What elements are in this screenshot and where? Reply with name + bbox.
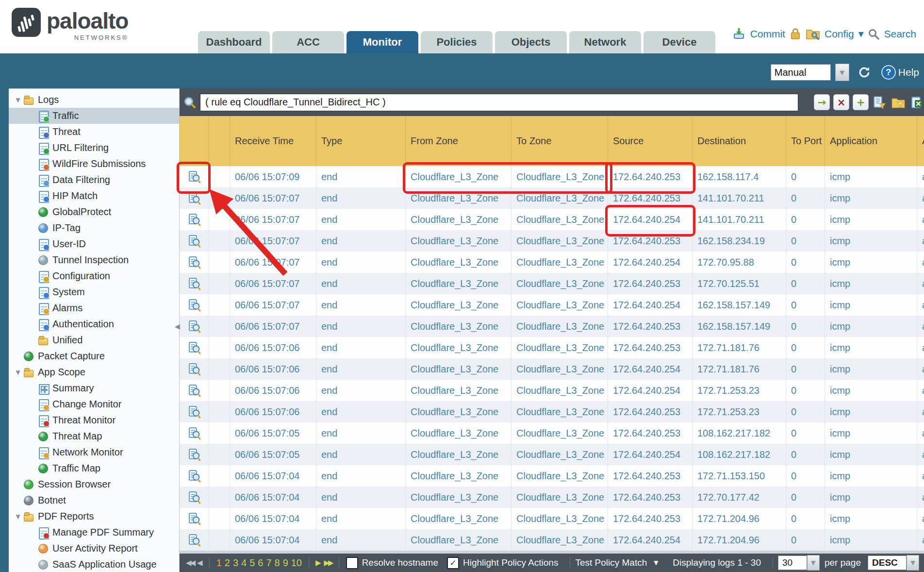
sort-order-select[interactable]: DESC bbox=[868, 555, 907, 570]
sidebar-item-threat[interactable]: Threat bbox=[9, 124, 179, 140]
log-detail-icon[interactable] bbox=[188, 213, 201, 226]
log-detail-icon[interactable] bbox=[188, 512, 201, 525]
detail-cell[interactable] bbox=[180, 529, 209, 551]
page-number-4[interactable]: 4 bbox=[241, 557, 247, 569]
config-button[interactable]: Config bbox=[825, 28, 854, 40]
table-row[interactable]: 06/06 15:07:04endCloudflare_L3_ZoneCloud… bbox=[180, 529, 924, 551]
column-header-from-zone[interactable]: From Zone bbox=[406, 116, 512, 166]
log-detail-icon[interactable] bbox=[188, 491, 201, 504]
log-detail-icon[interactable] bbox=[188, 277, 201, 290]
sidebar-item-user-activity-report[interactable]: User Activity Report bbox=[9, 540, 179, 556]
sidebar-item-configuration[interactable]: Configuration bbox=[9, 268, 179, 284]
table-row[interactable]: 06/06 15:07:07endCloudflare_L3_ZoneCloud… bbox=[180, 252, 924, 273]
page-number-2[interactable]: 2 bbox=[225, 557, 230, 569]
search-button[interactable]: Search bbox=[884, 28, 916, 40]
detail-cell[interactable] bbox=[180, 401, 209, 422]
table-row[interactable]: 06/06 15:07:06endCloudflare_L3_ZoneCloud… bbox=[180, 380, 924, 401]
log-detail-icon[interactable] bbox=[188, 448, 201, 461]
sidebar-item-hip-match[interactable]: HIP Match bbox=[9, 188, 179, 204]
sidebar-collapse-handle[interactable]: ◀ bbox=[175, 322, 180, 330]
sidebar-item-traffic-map[interactable]: Traffic Map bbox=[9, 460, 179, 476]
commit-button[interactable]: Commit bbox=[750, 28, 785, 40]
detail-cell[interactable] bbox=[180, 187, 209, 209]
load-filter-button[interactable] bbox=[891, 95, 906, 110]
detail-cell[interactable] bbox=[180, 422, 209, 444]
filter-builder-button[interactable] bbox=[872, 95, 887, 110]
export-csv-button[interactable] bbox=[909, 95, 924, 110]
detail-cell[interactable] bbox=[180, 294, 209, 316]
page-number-9[interactable]: 9 bbox=[283, 557, 288, 569]
sidebar-item-alarms[interactable]: Alarms bbox=[9, 300, 179, 316]
table-row[interactable]: 06/06 15:07:06endCloudflare_L3_ZoneCloud… bbox=[180, 358, 924, 380]
lock-icon[interactable] bbox=[790, 27, 801, 40]
refresh-icon[interactable] bbox=[857, 66, 872, 79]
sidebar-item-authentication[interactable]: Authentication bbox=[9, 316, 179, 332]
log-detail-icon[interactable] bbox=[188, 427, 201, 440]
per-page-caret-icon[interactable]: ▼ bbox=[807, 555, 820, 571]
sidebar-item-manage-pdf-summary[interactable]: Manage PDF Summary bbox=[9, 524, 179, 540]
sidebar-item-tunnel-inspection[interactable]: Tunnel Inspection bbox=[9, 252, 179, 268]
page-number-8[interactable]: 8 bbox=[275, 557, 280, 569]
table-row[interactable]: 06/06 15:07:06endCloudflare_L3_ZoneCloud… bbox=[180, 401, 924, 422]
sidebar-item-logs[interactable]: ▼Logs bbox=[9, 92, 179, 108]
clear-filter-button[interactable]: × bbox=[833, 94, 849, 110]
column-header-destination[interactable]: Destination bbox=[693, 116, 786, 166]
log-detail-icon[interactable] bbox=[188, 470, 201, 483]
tab-network[interactable]: Network bbox=[569, 31, 641, 53]
sidebar-item-pdf-reports[interactable]: ▼PDF Reports bbox=[9, 508, 179, 524]
filter-query-input[interactable] bbox=[200, 94, 798, 111]
table-row[interactable]: 06/06 15:07:04endCloudflare_L3_ZoneCloud… bbox=[180, 508, 924, 529]
detail-cell[interactable] bbox=[180, 252, 209, 273]
column-header-to-zone[interactable]: To Zone bbox=[512, 116, 608, 166]
last-page-button[interactable]: ▶▶ bbox=[324, 558, 332, 567]
test-policy-match-caret-icon[interactable]: ▼ bbox=[654, 559, 658, 566]
table-row[interactable]: 06/06 15:07:06endCloudflare_L3_ZoneCloud… bbox=[180, 337, 924, 358]
detail-cell[interactable] bbox=[180, 380, 209, 401]
column-header-application[interactable]: Application bbox=[825, 116, 917, 166]
log-detail-icon[interactable] bbox=[188, 534, 201, 547]
sidebar-item-change-monitor[interactable]: Change Monitor bbox=[9, 396, 179, 412]
sidebar-item-botnet[interactable]: Botnet bbox=[9, 492, 179, 508]
sort-order-caret-icon[interactable]: ▼ bbox=[907, 555, 919, 571]
sidebar-item-system[interactable]: System bbox=[9, 284, 179, 300]
sidebar-item-user-id[interactable]: User-ID bbox=[9, 236, 179, 252]
apply-filter-button[interactable]: → bbox=[814, 94, 830, 110]
table-row[interactable]: 06/06 15:07:04endCloudflare_L3_ZoneCloud… bbox=[180, 465, 924, 487]
resolve-hostname-checkbox[interactable] bbox=[346, 557, 358, 569]
column-header-a[interactable]: A bbox=[917, 116, 924, 166]
detail-cell[interactable] bbox=[180, 166, 209, 187]
table-row[interactable]: 06/06 15:07:07endCloudflare_L3_ZoneCloud… bbox=[180, 209, 924, 230]
log-detail-icon[interactable] bbox=[188, 341, 201, 354]
tab-policies[interactable]: Policies bbox=[421, 31, 493, 53]
help-control[interactable]: ? Help bbox=[881, 65, 919, 80]
detail-cell[interactable] bbox=[180, 273, 209, 294]
table-row[interactable]: 06/06 15:07:04endCloudflare_L3_ZoneCloud… bbox=[180, 487, 924, 508]
sidebar-item-ip-tag[interactable]: IP-Tag bbox=[9, 220, 179, 236]
detail-cell[interactable] bbox=[180, 337, 209, 358]
add-filter-button[interactable]: + bbox=[853, 94, 869, 110]
detail-cell[interactable] bbox=[180, 209, 209, 230]
refresh-interval-select[interactable]: Manual bbox=[771, 64, 831, 81]
per-page-select[interactable]: 30 bbox=[778, 555, 807, 570]
page-number-10[interactable]: 10 bbox=[291, 557, 302, 569]
detail-cell[interactable] bbox=[180, 465, 209, 487]
page-number-7[interactable]: 7 bbox=[266, 557, 271, 569]
sidebar-item-traffic[interactable]: Traffic bbox=[9, 108, 179, 124]
detail-cell[interactable] bbox=[180, 508, 209, 529]
table-row[interactable]: 06/06 15:07:07endCloudflare_L3_ZoneCloud… bbox=[180, 316, 924, 337]
sidebar-item-data-filtering[interactable]: Data Filtering bbox=[9, 172, 179, 188]
sidebar-item-unified[interactable]: Unified bbox=[9, 332, 179, 348]
log-detail-icon[interactable] bbox=[188, 405, 201, 419]
log-detail-icon[interactable] bbox=[188, 384, 201, 397]
next-page-button[interactable]: ▶ bbox=[315, 558, 321, 567]
sidebar-item-wildfire-submissions[interactable]: WildFire Submissions bbox=[9, 156, 179, 172]
log-detail-icon[interactable] bbox=[188, 192, 201, 205]
sidebar-item-session-browser[interactable]: Session Browser bbox=[9, 476, 179, 492]
column-header-type[interactable]: Type bbox=[316, 116, 406, 166]
expander-icon[interactable]: ▼ bbox=[13, 97, 23, 103]
log-detail-icon[interactable] bbox=[188, 363, 201, 376]
sidebar-item-url-filtering[interactable]: URL Filtering bbox=[9, 140, 179, 156]
table-row[interactable]: 06/06 15:07:07endCloudflare_L3_ZoneCloud… bbox=[180, 230, 924, 252]
detail-cell[interactable] bbox=[180, 230, 209, 252]
config-caret-icon[interactable]: ▼ bbox=[858, 30, 864, 38]
